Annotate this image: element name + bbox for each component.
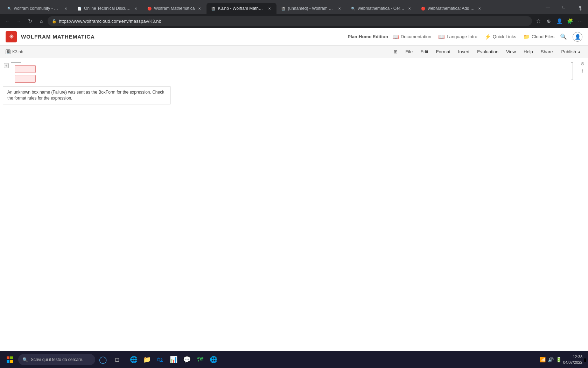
cell-group: + [3, 61, 574, 84]
url-text: https://www.wolframcloud.com/env/masspav… [59, 19, 161, 24]
app-title: WOLFRAM MATHEMATICA [21, 34, 95, 40]
notebook-menu: ⊞ File Edit Format Insert Evaluation Vie… [390, 48, 585, 56]
tab-close-button[interactable]: ✕ [337, 6, 342, 11]
wolfram-logo: ✳ [6, 31, 17, 42]
menu-help[interactable]: Help [520, 48, 537, 56]
tab-close-button[interactable]: ✕ [477, 6, 482, 11]
browser-tab-tab-2[interactable]: 📄Online Technical Discuss...✕ [73, 3, 143, 14]
menu-insert[interactable]: Insert [455, 48, 473, 56]
notebook-toolbar: 📓 K3.nb ⊞ File Edit Format Insert Evalua… [0, 46, 588, 58]
input-cell-2[interactable] [15, 75, 36, 83]
target-icon[interactable]: ⊙ [581, 61, 584, 66]
tab-favicon: 📓 [211, 6, 216, 11]
header-user-button[interactable]: 👤 [573, 32, 582, 42]
tab-label: webmathematica - Cerca... [358, 6, 405, 11]
address-input[interactable]: 🔒 https://www.wolframcloud.com/env/massp… [48, 16, 532, 26]
notebook-file-tab[interactable]: 📓 K3.nb [3, 48, 26, 56]
menu-share[interactable]: Share [537, 48, 556, 56]
header-search-button[interactable]: 🔍 [559, 32, 568, 42]
tab-close-button[interactable]: ✕ [197, 6, 202, 11]
input-cell-1[interactable] [15, 65, 36, 73]
tab-favicon: 📓 [281, 6, 286, 11]
tab-favicon: 🔍 [351, 6, 356, 11]
browser-tab-tab-5[interactable]: 📓(unnamed) - Wolfram Ma...✕ [276, 3, 346, 14]
tab-label: Wolfram Mathematica [154, 6, 195, 11]
plan-text: Plan:Home Edition [348, 34, 388, 39]
tab-label: Online Technical Discuss... [84, 6, 131, 11]
language-intro-icon: 📖 [438, 34, 445, 40]
nav-documentation[interactable]: 📖 Documentation [392, 34, 431, 40]
nav-language-intro[interactable]: 📖 Language Intro [438, 34, 477, 40]
add-cell-button[interactable]: + [4, 63, 9, 68]
error-message: An unknown box name (Failure) was sent a… [3, 86, 171, 104]
menu-format[interactable]: Format [433, 48, 454, 56]
address-bar-row: ← → ↻ ⌂ 🔒 https://www.wolframcloud.com/e… [0, 14, 588, 28]
browser-tab-tab-7[interactable]: 🔴webMathematica: Add D...✕ [416, 3, 486, 14]
tab-label: webMathematica: Add D... [428, 6, 475, 11]
cell-controls: + [3, 62, 10, 68]
bracket-icon: } [582, 68, 583, 73]
menu-file[interactable]: File [402, 48, 416, 56]
publish-button[interactable]: Publish ▲ [557, 48, 585, 56]
menu-edit[interactable]: Edit [417, 48, 432, 56]
collections-icon[interactable]: ⊕ [544, 16, 554, 26]
tab-label: K3.nb - Wolfram Mathem... [218, 6, 265, 11]
browser-tab-tab-4[interactable]: 📓K3.nb - Wolfram Mathem...✕ [206, 3, 276, 14]
window-controls: — □ ✕ [540, 0, 588, 14]
nav-quick-links[interactable]: ⚡ Quick Links [484, 34, 516, 40]
notebook-content-area: + An unknown box name (Failure) was se [0, 58, 588, 351]
tab-bar: 🔍wolfram community - Ce...✕📄Online Techn… [0, 0, 588, 14]
browser-tab-tab-1[interactable]: 🔍wolfram community - Ce...✕ [3, 3, 73, 14]
tab-favicon: 📄 [77, 6, 82, 11]
menu-view[interactable]: View [503, 48, 519, 56]
maximize-button[interactable]: □ [556, 0, 572, 14]
wolfram-logo-icon: ✳ [9, 33, 14, 40]
browser-actions: ☆ ⊕ 👤 🧩 ⋯ [533, 16, 585, 26]
forward-button[interactable]: → [14, 16, 24, 26]
profile-icon[interactable]: 👤 [554, 16, 564, 26]
cell-bracket [570, 62, 574, 80]
app-header: ✳ WOLFRAM MATHEMATICA Plan:Home Edition … [0, 28, 588, 46]
documentation-icon: 📖 [392, 34, 399, 40]
quick-links-icon: ⚡ [484, 34, 491, 40]
browser-tab-tab-3[interactable]: 🔴Wolfram Mathematica✕ [143, 3, 206, 14]
publish-chevron-icon: ▲ [578, 50, 581, 54]
cells-wrapper [11, 62, 568, 83]
cloud-files-icon: 📁 [523, 34, 530, 40]
tab-favicon: 🔴 [421, 6, 426, 11]
minimize-button[interactable]: — [540, 0, 556, 14]
menu-evaluation[interactable]: Evaluation [474, 48, 502, 56]
notebook-content: + An unknown box name (Failure) was se [0, 58, 588, 351]
presentation-mode-button[interactable]: ⊞ [390, 48, 401, 56]
tab-label: wolfram community - Ce... [14, 6, 61, 11]
notebook-icon: 📓 [6, 49, 10, 54]
lock-icon: 🔒 [52, 19, 57, 23]
favorites-icon[interactable]: ☆ [533, 16, 543, 26]
extensions-icon[interactable]: 🧩 [565, 16, 575, 26]
tab-close-button[interactable]: ✕ [407, 6, 412, 11]
header-nav: 📖 Documentation 📖 Language Intro ⚡ Quick… [392, 34, 554, 40]
reload-button[interactable]: ↻ [25, 16, 35, 26]
tab-close-button[interactable]: ✕ [133, 6, 139, 11]
cell-separator [11, 62, 21, 63]
tab-close-button[interactable]: ✕ [63, 6, 69, 11]
right-gutter: ⊙ } [577, 58, 588, 351]
back-button[interactable]: ← [3, 16, 13, 26]
home-button[interactable]: ⌂ [36, 16, 46, 26]
settings-icon[interactable]: ⋯ [575, 16, 585, 26]
close-button[interactable]: ✕ [572, 0, 588, 14]
notebook-filename: K3.nb [12, 49, 23, 54]
nav-cloud-files[interactable]: 📁 Cloud Files [523, 34, 554, 40]
tab-favicon: 🔴 [147, 6, 152, 11]
tab-close-button[interactable]: ✕ [267, 6, 272, 11]
tab-favicon: 🔍 [7, 6, 12, 11]
tab-label: (unnamed) - Wolfram Ma... [288, 6, 335, 11]
browser-tab-tab-6[interactable]: 🔍webmathematica - Cerca...✕ [346, 3, 416, 14]
